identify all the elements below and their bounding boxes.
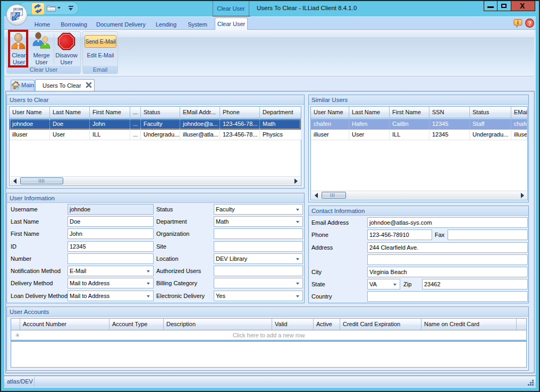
svg-text:?: ? [528,20,531,27]
svg-text:i: i [517,20,519,25]
